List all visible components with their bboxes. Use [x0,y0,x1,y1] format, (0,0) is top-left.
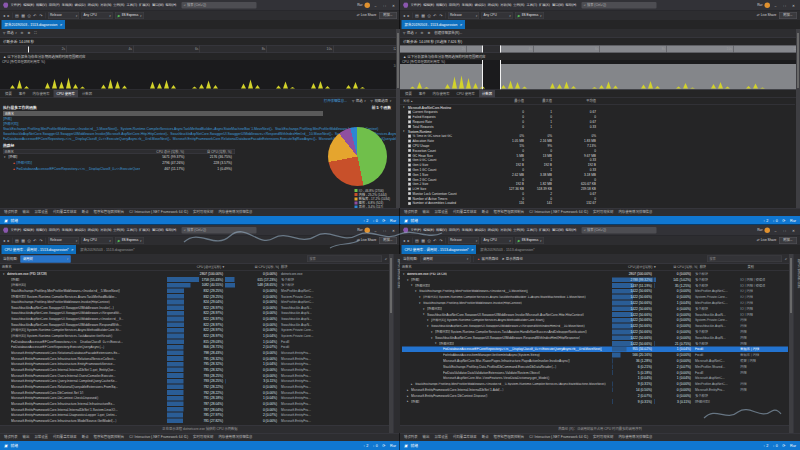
close-tab-icon[interactable]: ✕ [71,248,74,251]
status-item[interactable]: Rur [390,444,396,448]
menu-item[interactable]: 测试(S) [88,228,99,231]
counter-checkbox[interactable] [408,192,411,195]
live-share-button[interactable]: ⇄Live Share [357,14,377,17]
feedback-icon[interactable]: ▣ [404,219,408,223]
redo-icon[interactable]: ↷ [439,238,442,242]
function-name[interactable]: [外部代码] [16,161,31,164]
quick-search-box[interactable]: ⌕搜索 (Ctrl+Q) [182,2,257,9]
report-tab[interactable]: 摘要 [402,90,415,98]
attach-button[interactable]: 附加... [779,12,797,19]
reset-zoom-button[interactable]: ⛶ [34,32,36,35]
menu-item[interactable]: 重构(R) [513,3,524,6]
search-input[interactable] [307,256,382,263]
maximize-button[interactable]: □ [381,3,388,7]
call-tree-row[interactable]: Microsoft.EntityFrameworkCore.Infrastruc… [2,418,388,424]
counter-checkbox[interactable] [408,135,411,138]
configuration-combo[interactable]: Release▾ [48,237,79,244]
counter-checkbox[interactable] [408,149,411,152]
platform-combo[interactable]: Any CPU▾ [481,12,512,19]
menu-item[interactable]: 测试(S) [488,3,499,6]
avatar[interactable] [365,2,371,8]
expander-icon[interactable]: ▾ [403,130,407,133]
panel-tab[interactable]: C# Interactive (.NET Framework 64 位) [129,436,188,439]
panel-tab[interactable]: 输出 [423,211,430,214]
minimize-button[interactable]: – [372,3,379,7]
menu-item[interactable]: 测试(S) [488,228,499,231]
menu-item[interactable]: 生成(B) [62,228,73,231]
panel-tab[interactable]: 实时可视化树 [193,211,213,214]
close-button[interactable]: ✕ [790,228,797,232]
menu-item[interactable]: 编辑(E) [23,228,34,231]
menu-item[interactable]: 帮助(H) [566,228,577,231]
menu-item[interactable]: 帮助(H) [566,3,577,6]
document-tab[interactable]: 报告20190503 - 1513.diagsession✕ [402,20,465,29]
document-tab[interactable]: 报告20190503 - 1513.diagsession✕ [2,20,65,29]
top-function-link[interactable]: [外部代码] [3,122,397,126]
counter-checkbox[interactable] [408,168,411,171]
selection-handle[interactable] [482,60,483,90]
undo-icon[interactable]: ↶ [33,13,36,17]
collapsed-solution-explorer-tab[interactable]: 解决方案资源管理器 [393,254,400,433]
minimize-button[interactable]: – [772,3,779,7]
document-tab[interactable]: 报告20190503 - 1513.diagsession* [77,245,137,254]
user-name[interactable]: Rur [757,3,762,6]
panel-tab[interactable]: 输出 [23,211,30,214]
panel-tab[interactable]: 输出 [23,436,30,439]
vertical-scrollbar[interactable] [796,29,800,208]
start-debug-button[interactable]: ▶IIS Express▾ [515,237,544,244]
feedback-icon[interactable]: ▣ [4,444,8,448]
function-name[interactable]: [外部] [9,155,18,158]
counter-row[interactable]: Number of Assemblies Loaded 116 141 132.… [400,201,795,206]
new-file-icon[interactable]: ▤ [15,238,19,242]
live-share-button[interactable]: ⇄Live Share [757,14,777,17]
minimize-button[interactable]: – [772,228,779,232]
status-item[interactable]: ↓ 0 [773,219,778,223]
open-file-icon[interactable]: ▦ [21,13,25,17]
close-button[interactable]: ✕ [790,3,797,7]
live-share-button[interactable]: ⇄Live Share [757,239,777,242]
selection-handle[interactable] [500,60,501,90]
configuration-combo[interactable]: Release▾ [48,12,79,19]
menu-item[interactable]: 扩展(X) [539,3,550,6]
redo-icon[interactable]: ↷ [439,13,442,17]
report-tab[interactable]: 计数器 [479,90,495,98]
collapsed-solution-explorer-tab[interactable]: 解决方案资源管理器 [793,254,800,433]
panel-tab[interactable]: 实时可视化树 [193,436,213,439]
menu-item[interactable]: 文件(F) [411,3,422,6]
close-tab-icon[interactable]: ✕ [471,248,474,251]
avatar[interactable] [765,227,771,233]
document-tab[interactable]: CPU 使用率 - 调用树 - 1513.diagsession*✕ [2,245,77,254]
panel-tab[interactable]: 程序包管理器控制台 [94,211,125,214]
open-file-icon[interactable]: ▦ [421,238,425,242]
menu-item[interactable]: 文件(F) [11,3,22,6]
show-hot-path-button[interactable]: ➤显示热路径 [502,257,523,260]
panel-tab[interactable]: 代码覆盖率结果 [453,211,477,214]
selection-handle[interactable] [500,46,501,53]
panel-tab[interactable]: 程序包管理器控制台 [94,436,125,439]
counter-checkbox[interactable] [408,183,411,186]
menu-item[interactable]: 扩展(X) [139,228,150,231]
scrollbar-thumb[interactable] [797,33,799,88]
undo-icon[interactable]: ↶ [433,238,436,242]
panel-tab[interactable]: 实时可视化树 [593,436,613,439]
create-report-button[interactable]: 创建详细报告(R)... [434,32,462,35]
undo-icon[interactable]: ↶ [33,238,36,242]
panel-tab[interactable]: C# Interactive (.NET Framework 64 位) [529,211,588,214]
function-name[interactable]: FwDatabaseAccessorEFCoreRepository+<>c__… [16,167,140,170]
menu-item[interactable]: 项目(P) [49,228,60,231]
status-item[interactable]: ↑ 2 [363,444,368,448]
user-name[interactable]: Rur [757,228,762,231]
menu-item[interactable]: 帮助(H) [166,3,177,6]
menu-item[interactable]: 帮助(H) [166,228,177,231]
save-icon[interactable]: ⎙ [28,13,31,17]
user-name[interactable]: Rur [357,228,362,231]
document-tab[interactable]: 报告20190503 - 1513.diagsession* [477,245,537,254]
menu-item[interactable]: 窗口(W) [152,228,164,231]
save-icon[interactable]: ⎙ [428,238,431,242]
panel-tab[interactable]: 错误列表 [404,211,418,214]
panel-tab[interactable]: 错误列表 [4,211,18,214]
status-item[interactable]: ⟳ [782,444,785,448]
sort-asc-icon[interactable]: ▴ [411,100,415,103]
panel-tab[interactable]: 异常设置 [34,436,48,439]
status-item[interactable]: ↓ 0 [373,444,378,448]
